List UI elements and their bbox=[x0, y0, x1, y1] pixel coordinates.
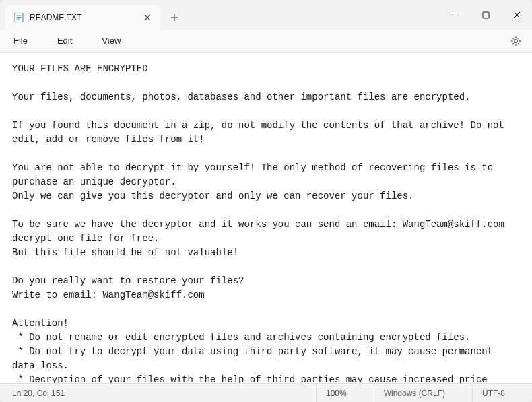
status-encoding[interactable]: UTF-8 bbox=[472, 384, 532, 403]
menu-view[interactable]: View bbox=[96, 33, 126, 48]
notepad-icon bbox=[13, 12, 24, 23]
status-cursor-position: Ln 20, Col 151 bbox=[12, 389, 81, 398]
menubar: File Edit View bbox=[0, 30, 532, 53]
window-controls bbox=[439, 0, 532, 30]
menu-file[interactable]: File bbox=[8, 33, 33, 48]
menu-edit[interactable]: Edit bbox=[52, 33, 77, 48]
minimize-button[interactable] bbox=[439, 0, 470, 30]
svg-point-12 bbox=[514, 39, 518, 42]
maximize-button[interactable] bbox=[470, 0, 501, 30]
document-tab[interactable]: README.TXT bbox=[5, 5, 160, 30]
titlebar: README.TXT bbox=[0, 0, 532, 30]
svg-rect-9 bbox=[483, 12, 489, 18]
status-line-endings[interactable]: Windows (CRLF) bbox=[374, 384, 472, 403]
settings-button[interactable] bbox=[508, 33, 524, 49]
statusbar: Ln 20, Col 151 100% Windows (CRLF) UTF-8 bbox=[0, 383, 532, 402]
close-tab-icon[interactable] bbox=[141, 11, 154, 24]
status-zoom[interactable]: 100% bbox=[316, 384, 374, 403]
new-tab-button[interactable] bbox=[164, 7, 185, 28]
tab-area: README.TXT bbox=[0, 0, 439, 30]
close-window-button[interactable] bbox=[501, 0, 532, 30]
status-right: 100% Windows (CRLF) UTF-8 bbox=[316, 384, 532, 403]
gear-icon bbox=[510, 35, 522, 47]
tab-title: README.TXT bbox=[30, 13, 136, 22]
notepad-window: README.TXT File Edit View bbox=[0, 0, 532, 402]
text-editor-content[interactable]: YOUR FILES ARE ENCRYPTED Your files, doc… bbox=[0, 53, 532, 383]
